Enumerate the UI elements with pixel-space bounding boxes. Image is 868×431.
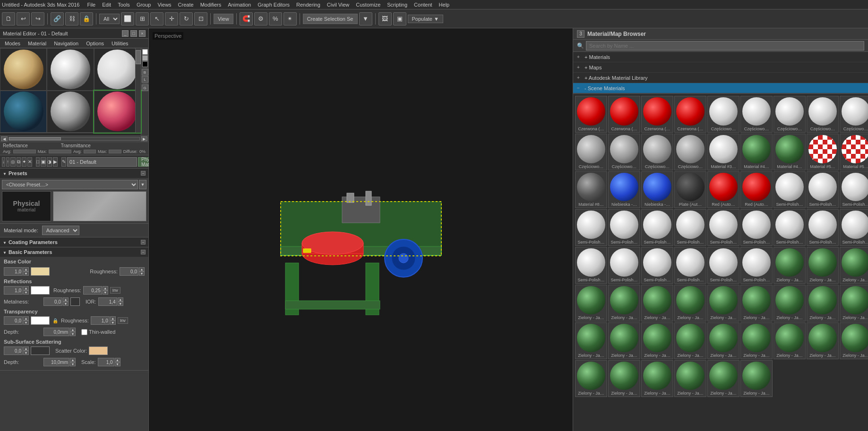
sphere-5[interactable] — [47, 91, 94, 133]
trans-rough-input[interactable] — [91, 316, 110, 325]
menu-file[interactable]: File — [84, 1, 98, 8]
tree-scene-materials[interactable]: - Scene Materials — [573, 83, 868, 93]
trans-rough-down[interactable]: ▼ — [110, 321, 116, 325]
thin-walled-check[interactable]: Thin-walled — [81, 329, 115, 335]
close-btn[interactable]: × — [139, 30, 146, 37]
menu-group[interactable]: Group — [134, 1, 154, 8]
mat-item[interactable]: Częściowo… — [674, 134, 706, 170]
new-btn[interactable]: 🗋 — [2, 12, 15, 25]
mat-item[interactable]: Semi-Polish… — [575, 209, 607, 246]
refl-color-swatch[interactable] — [31, 286, 50, 295]
menu-modifiers[interactable]: Modifiers — [198, 1, 224, 8]
depth-down[interactable]: ▼ — [70, 332, 76, 336]
render2-btn[interactable]: ▣ — [393, 12, 406, 25]
cs-dropdown[interactable]: ▼ — [359, 12, 372, 25]
minimize-btn[interactable]: _ — [122, 30, 129, 37]
presets-header[interactable]: Presets − — [0, 169, 148, 178]
mat-item[interactable]: Częściowo… — [575, 134, 607, 170]
mat-item[interactable]: Częściowo… — [608, 134, 640, 170]
menu-tools[interactable]: Tools — [115, 1, 133, 8]
trans-down[interactable]: ▼ — [23, 321, 29, 325]
refl-rough-up[interactable]: ▲ — [103, 286, 108, 290]
select-btn[interactable]: ↖ — [150, 12, 163, 25]
base-color-swatch[interactable] — [31, 267, 50, 276]
roughness-input[interactable] — [120, 267, 138, 276]
mat-item[interactable]: Czerwona (… — [575, 96, 607, 133]
scale-up[interactable]: ▲ — [115, 358, 120, 362]
mat-item[interactable]: Częściowo… — [807, 96, 839, 133]
mat-menu-options[interactable]: Options — [82, 40, 108, 47]
mat-item[interactable]: Zielony - Ja… — [608, 322, 640, 359]
backlight2-btn[interactable]: ◑ — [47, 157, 52, 167]
preset-select[interactable]: <Choose Preset....> — [2, 180, 138, 189]
mat-item[interactable]: Zielony - Ja… — [707, 360, 739, 397]
mat-item[interactable]: Plate (Aut… — [674, 171, 706, 208]
mat-item[interactable]: Semi-Polish… — [674, 247, 706, 284]
base-spin-down[interactable]: ▼ — [23, 271, 29, 276]
metalness-swatch[interactable] — [70, 297, 80, 306]
sphere-4[interactable] — [0, 91, 47, 133]
sub-depth-down[interactable]: ▼ — [70, 362, 76, 366]
percent-btn[interactable]: % — [269, 12, 282, 25]
tree-maps[interactable]: + Maps — [573, 62, 868, 73]
mat-item[interactable]: Semi-Polish… — [641, 209, 673, 246]
base-value-input[interactable] — [4, 267, 23, 276]
mat-item[interactable]: Zielony - Ja… — [674, 322, 706, 359]
mat-item[interactable]: Semi-Polish… — [773, 209, 806, 246]
mat-item[interactable]: Częściowo… — [773, 96, 806, 133]
mat-item[interactable]: Zielony - Ja… — [575, 285, 607, 321]
spinner-btn[interactable]: ✴ — [284, 12, 297, 25]
mat-item[interactable]: Material #3… — [707, 134, 739, 170]
coating-params-header[interactable]: Coating Parameters − — [0, 237, 148, 247]
tree-autodesk-lib[interactable]: + Autodesk Material Library — [573, 73, 868, 83]
mat-item[interactable]: Zielony - Ja… — [840, 322, 868, 359]
mat-item[interactable]: Semi-Polish… — [740, 247, 773, 284]
mat-item[interactable]: Zielony - Ja… — [807, 322, 839, 359]
metal-up[interactable]: ▲ — [63, 297, 69, 302]
mat-item[interactable]: Zielony - Ja… — [740, 322, 773, 359]
mat-item[interactable]: Zielony - Ja… — [773, 247, 806, 284]
sphere-3[interactable] — [94, 48, 141, 91]
refl-rough-down[interactable]: ▼ — [103, 290, 108, 295]
mat-item[interactable]: Częściowo… — [840, 96, 868, 133]
render1-btn[interactable]: 🖼 — [378, 12, 392, 25]
mat-item[interactable]: Semi-Polish… — [575, 247, 607, 284]
make-unique-btn[interactable]: ✦ — [22, 157, 26, 167]
populate-btn[interactable]: Populate ▼ — [408, 15, 443, 23]
mat-item[interactable]: Zielony - Ja… — [641, 285, 673, 321]
scale-btn[interactable]: ⊡ — [194, 12, 207, 25]
mat-item[interactable]: Zielony - Ja… — [608, 360, 640, 397]
menu-scripting[interactable]: Scripting — [384, 1, 410, 8]
sss-down[interactable]: ▼ — [23, 351, 29, 355]
mat-item[interactable]: Red (Auto… — [740, 171, 773, 208]
basic-collapse-btn[interactable]: − — [141, 250, 146, 254]
preset-arrow-btn[interactable]: ▼ — [139, 180, 146, 189]
coating-collapse-btn[interactable]: − — [141, 240, 146, 245]
depth-up[interactable]: ▲ — [70, 328, 76, 332]
video-color-btn[interactable]: ▶ — [53, 157, 58, 167]
menu-rendering[interactable]: Rendering — [293, 1, 323, 8]
menu-graph-editors[interactable]: Graph Editors — [255, 1, 292, 8]
copy-mat-btn[interactable]: ⧉ — [17, 157, 21, 167]
link-btn[interactable]: 🔗 — [51, 12, 64, 25]
menu-content[interactable]: Content — [411, 1, 435, 8]
mode-select[interactable]: Advanced — [42, 226, 79, 235]
mat-item[interactable]: Zielony - Ja… — [575, 322, 607, 359]
presets-collapse-btn[interactable]: − — [141, 171, 146, 176]
menu-animation[interactable]: Animation — [225, 1, 254, 8]
sphere-1[interactable] — [0, 48, 47, 91]
mat-item[interactable]: Zielony - Ja… — [740, 360, 773, 397]
trans-input[interactable] — [4, 316, 23, 325]
basic-params-header[interactable]: Basic Parameters − — [0, 247, 148, 257]
show-bg-btn[interactable]: ▣ — [41, 157, 46, 167]
ior-down[interactable]: ▼ — [118, 302, 123, 306]
mat-item[interactable]: Semi-Polish… — [773, 171, 806, 208]
base-spin-up[interactable]: ▲ — [23, 267, 29, 271]
color-gray-swatch[interactable] — [142, 55, 148, 61]
select-move-btn[interactable]: ✛ — [165, 12, 178, 25]
mat-item[interactable]: Zielony - Ja… — [707, 322, 739, 359]
metal-down[interactable]: ▼ — [63, 302, 69, 306]
sss-color-swatch[interactable] — [31, 346, 50, 355]
mat-item[interactable]: Red (Auto… — [707, 171, 739, 208]
sphere-scrollbar-h-thumb[interactable] — [9, 137, 61, 140]
